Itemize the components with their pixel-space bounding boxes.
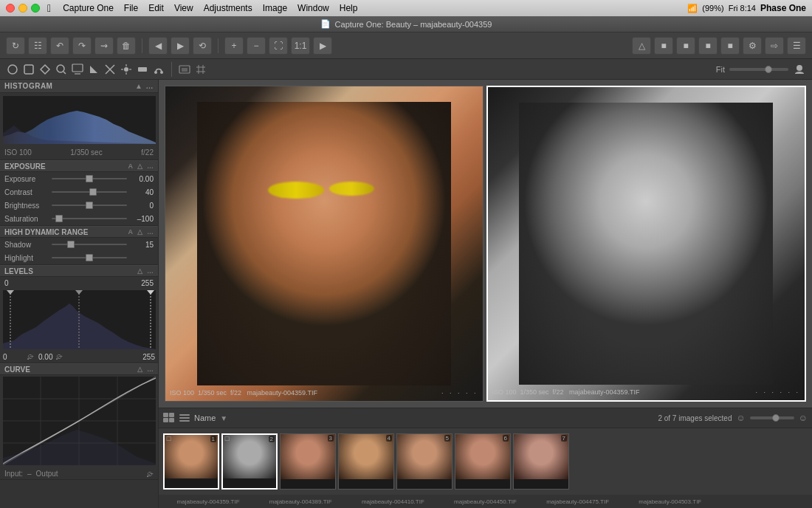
menu-image[interactable]: Image	[258, 0, 292, 16]
t2-tool-1[interactable]: ​	[6, 63, 19, 76]
exposure-more[interactable]: …	[147, 162, 154, 170]
filmstrip-grid-view[interactable]	[163, 413, 175, 423]
exposure-auto[interactable]: A	[128, 162, 134, 170]
menu-edit[interactable]: Edit	[144, 0, 168, 16]
tb-btn-redo[interactable]: ↷	[72, 37, 92, 55]
exposure-thumb-1[interactable]	[89, 188, 97, 196]
zoom-slider[interactable]	[729, 68, 788, 71]
t2-tool-8[interactable]	[120, 63, 133, 76]
eyedrop-black[interactable]: ⌮	[27, 352, 35, 361]
exposure-slider-2[interactable]	[52, 205, 127, 206]
toolbar2-right: Fit	[716, 63, 806, 76]
thumb-7[interactable]: 7	[513, 433, 569, 490]
exposure-thumb-2[interactable]	[86, 202, 93, 209]
tb-btn-delete[interactable]: 🗑	[117, 37, 136, 55]
curve-more[interactable]: …	[147, 365, 154, 373]
t2-tool-4[interactable]	[55, 63, 68, 76]
tb-btn-prev[interactable]: ◀	[148, 37, 168, 55]
tb-btn-zoom-in[interactable]: +	[224, 37, 244, 55]
menu-window[interactable]: Window	[293, 0, 334, 16]
tb-btn-warning[interactable]: △	[632, 37, 651, 55]
hdr-title[interactable]: HIGH DYNAMIC RANGE A △ …	[0, 226, 158, 238]
hdr-thumb-1[interactable]	[86, 254, 93, 261]
hdr-slider-0[interactable]	[52, 244, 127, 245]
apple-logo[interactable]: 	[47, 2, 51, 14]
menu-adjustments[interactable]: Adjustments	[199, 0, 257, 16]
exposure-slider-3[interactable]	[52, 218, 127, 219]
t2-overlay-icon[interactable]	[178, 63, 191, 76]
tb-btn-zoom-out[interactable]: −	[247, 37, 266, 55]
tb-btn-2[interactable]: ☷	[28, 37, 47, 55]
tb-btn-r1[interactable]: ■	[654, 37, 673, 55]
tb-btn-import[interactable]: ⇝	[94, 37, 114, 55]
levels-menu[interactable]: △	[137, 267, 142, 275]
thumb-3[interactable]: 3	[280, 433, 336, 490]
user-icon[interactable]	[793, 63, 806, 76]
curve-canvas[interactable]	[3, 377, 156, 465]
histogram-menu[interactable]: …	[146, 82, 154, 90]
fs-zoom-slider[interactable]	[750, 416, 794, 419]
minimize-button[interactable]	[18, 4, 27, 13]
hdr-menu[interactable]: △	[137, 228, 142, 236]
t2-tool-6[interactable]	[87, 63, 100, 76]
thumb-5[interactable]: 5	[396, 433, 453, 490]
histogram-header[interactable]: HISTOGRAM ▲ …	[0, 80, 158, 93]
thumb-2[interactable]: ☐ 2	[221, 433, 278, 490]
thumb-6[interactable]: 6	[455, 433, 511, 490]
image-bw[interactable]: ISO 100 1/350 sec f/22 majabeauty-004359…	[486, 86, 807, 402]
zoom-thumb[interactable]	[765, 66, 772, 73]
exposure-thumb-0[interactable]	[86, 175, 93, 182]
fs-zoom-thumb[interactable]	[772, 414, 780, 422]
tb-btn-menu[interactable]: ☰	[787, 37, 806, 55]
curve-title[interactable]: CURVE △ …	[0, 363, 158, 375]
tb-btn-100[interactable]: 1:1	[291, 37, 310, 55]
tb-btn-r3[interactable]: ■	[698, 37, 718, 55]
svg-marker-27	[7, 290, 14, 295]
tb-btn-rotate-ccw[interactable]: ⟲	[193, 37, 212, 55]
tb-btn-cursor[interactable]: ▶	[313, 37, 332, 55]
exposure-title[interactable]: EXPOSURE A △ …	[0, 160, 158, 172]
thumb-1[interactable]: ☐ 1	[163, 433, 219, 490]
levels-title[interactable]: LEVELS △ …	[0, 265, 158, 277]
menu-file[interactable]: File	[120, 0, 142, 16]
exposure-row-2: Brightness 0	[0, 199, 158, 212]
hdr-more[interactable]: …	[147, 228, 154, 236]
filmstrip-sort-arrow[interactable]: ▼	[220, 414, 227, 422]
eyedrop-mid[interactable]: ⌮	[55, 352, 64, 361]
close-button[interactable]	[6, 4, 15, 13]
hdr-auto[interactable]: A	[128, 228, 134, 236]
image-color[interactable]: ISO 100 1/350 sec f/22 majabeauty-004359…	[165, 86, 484, 402]
exposure-slider-0[interactable]	[52, 178, 127, 179]
hdr-slider-1[interactable]	[52, 257, 127, 258]
t2-tool-10[interactable]	[152, 63, 165, 76]
thumb-4[interactable]: 4	[338, 433, 394, 490]
t2-tool-9[interactable]	[136, 63, 149, 76]
t2-grid-icon[interactable]	[194, 63, 207, 76]
curve-eyedrop[interactable]: ⌮	[146, 470, 154, 478]
menu-capture-one[interactable]: Capture One	[58, 0, 118, 16]
exposure-thumb-3[interactable]	[55, 215, 63, 222]
tb-btn-fit[interactable]: ⛶	[269, 37, 288, 55]
tb-btn-1[interactable]: ↻	[6, 37, 25, 55]
levels-more[interactable]: …	[147, 267, 154, 275]
t2-tool-7[interactable]	[103, 63, 117, 76]
filmstrip-list-view[interactable]	[179, 414, 190, 422]
t2-tool-3[interactable]	[38, 63, 52, 76]
tb-btn-grid[interactable]: ⇨	[765, 37, 784, 55]
tb-btn-next[interactable]: ▶	[171, 37, 190, 55]
menu-help[interactable]: Help	[335, 0, 362, 16]
menu-view[interactable]: View	[170, 0, 198, 16]
exposure-row-0: Exposure 0.00	[0, 172, 158, 185]
exposure-menu[interactable]: △	[137, 162, 142, 170]
tb-btn-r2[interactable]: ■	[676, 37, 695, 55]
tb-btn-r4[interactable]: ■	[720, 37, 740, 55]
curve-menu[interactable]: △	[137, 365, 142, 373]
t2-tool-5[interactable]	[71, 63, 84, 76]
hdr-thumb-0[interactable]	[67, 241, 75, 248]
tb-btn-undo[interactable]: ↶	[50, 37, 69, 55]
t2-tool-2[interactable]	[22, 63, 35, 76]
exposure-slider-1[interactable]	[52, 191, 127, 193]
tb-btn-settings[interactable]: ⚙	[743, 37, 762, 55]
maximize-button[interactable]	[31, 4, 40, 13]
filmstrip-sort-label[interactable]: Name	[194, 413, 216, 422]
